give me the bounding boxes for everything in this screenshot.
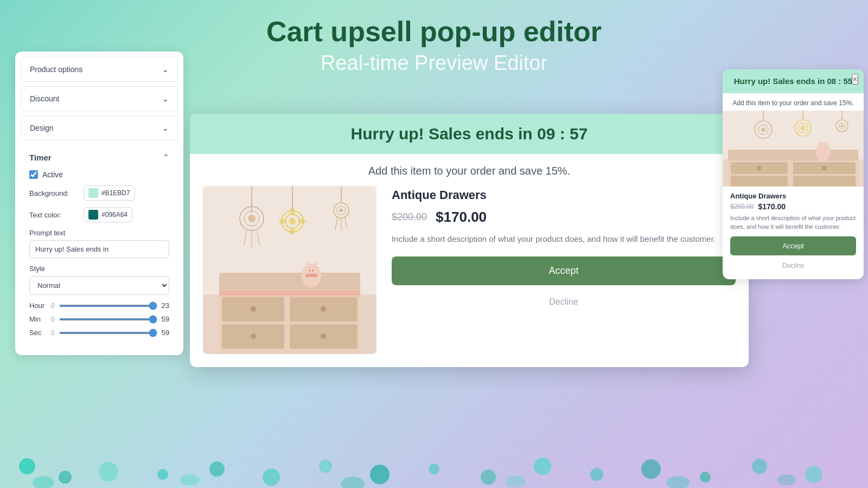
mini-product-details: Antique Drawers $200.00 $170.00 Include … [723,187,864,279]
text-color-label: Text color: [29,211,78,219]
accordion-product-options[interactable]: Product options ⌄ [21,57,178,82]
svg-rect-20 [305,274,317,277]
main-timer-text: Hurry up! Sales ends in 09 : 57 [203,125,736,143]
text-color-value: #096A64 [101,211,127,219]
hour-min: 0 [51,302,55,310]
hour-label: Hour [29,301,47,310]
svg-rect-53 [731,176,788,187]
active-row: Active [29,170,169,179]
background-color-dot [88,188,98,198]
svg-point-39 [340,209,343,212]
main-price-original: $200.00 [392,211,427,223]
mini-product-image [723,111,864,187]
chevron-down-icon-2: ⌄ [162,94,169,103]
style-select[interactable]: Normal Countdown Flash [29,276,169,295]
svg-rect-44 [219,291,360,292]
active-label[interactable]: Active [29,170,63,179]
svg-rect-45 [219,293,360,294]
main-popup: × Hurry up! Sales ends in 09 : 57 Add th… [190,114,749,367]
text-color-dot [88,210,98,220]
svg-point-16 [306,262,309,271]
svg-point-10 [321,306,326,312]
accordion-design-label: Design [30,124,54,132]
accordion-discount[interactable]: Discount ⌄ [21,86,178,111]
hour-input[interactable] [59,305,157,307]
mini-accept-button[interactable]: Accept [730,236,856,255]
accordion-product-options-header[interactable]: Product options ⌄ [21,57,177,81]
main-popup-subtitle: Add this item to your order and save 15%… [190,154,749,186]
accordion-design-header[interactable]: Design ⌄ [21,116,177,140]
main-price-sale: $170.00 [436,209,487,226]
svg-point-19 [312,270,314,272]
svg-point-56 [822,166,826,170]
mini-timer-text: Hurry up! Sales ends in 08 : 55 [730,76,856,87]
prompt-text-label: Prompt text [29,229,169,237]
right-preview-close-button[interactable]: × [852,74,858,85]
min-min: 0 [51,316,55,323]
main-timer-banner: Hurry up! Sales ends in 09 : 57 [190,114,749,154]
style-row: Style Normal Countdown Flash [29,265,169,295]
sec-label: Sec [29,329,47,337]
background-color-value: #B1EBD7 [101,189,130,197]
main-accept-button[interactable]: Accept [392,256,736,285]
mini-decline-button[interactable]: Decline [730,259,856,273]
min-label: Min [29,315,47,323]
mini-price-row: $200.00 $170.00 [730,202,856,211]
timer-title: Timer [29,153,52,162]
svg-point-60 [819,142,821,148]
mini-price-original: $200.00 [730,203,754,210]
chevron-down-icon: ⌄ [162,65,169,74]
hour-slider-row: Hour 0 23 [29,301,169,310]
accordion-design[interactable]: Design ⌄ [21,115,178,140]
mini-timer-banner: Hurry up! Sales ends in 08 : 55 [723,69,864,93]
nursery-svg [203,186,376,354]
sec-value: 59 [162,329,169,337]
main-product-name: Antique Drawers [392,188,736,202]
background-color-row: Background: #B1EBD7 [29,185,169,201]
page-title: Cart upsell pop-up editor [0,16,868,47]
background-color-swatch[interactable]: #B1EBD7 [84,185,135,201]
hour-value: 23 [162,301,169,310]
accordion-discount-header[interactable]: Discount ⌄ [21,87,177,111]
svg-point-72 [841,125,843,127]
svg-point-30 [289,218,296,224]
sec-min: 0 [51,329,55,337]
svg-point-64 [761,127,765,132]
chevron-up-icon[interactable]: ⌃ [162,152,169,163]
main-popup-content: Antique Drawers $200.00 $170.00 Include … [190,186,749,367]
right-preview: × Hurry up! Sales ends in 08 : 55 Add th… [723,69,864,279]
sec-slider-container: Sec 0 59 [29,329,169,337]
svg-point-34 [298,219,306,223]
svg-point-17 [314,262,317,271]
sec-input[interactable] [59,332,157,334]
svg-point-61 [825,142,828,148]
timer-section: Timer ⌃ Active Background: #B1EBD7 Text … [21,145,178,350]
min-value: 59 [162,315,169,323]
main-product-details: Antique Drawers $200.00 $170.00 Include … [392,186,736,354]
mini-subtitle: Add this item to your order and save 15%… [723,93,864,111]
style-label: Style [29,265,169,273]
svg-point-57 [815,143,831,161]
chevron-down-icon-3: ⌄ [162,124,169,132]
main-price-row: $200.00 $170.00 [392,209,736,226]
svg-point-33 [279,219,286,223]
min-input[interactable] [59,318,157,320]
min-slider-container: Min 0 59 [29,315,169,323]
text-color-row: Text color: #096A64 [29,207,169,222]
active-text: Active [42,170,63,179]
prompt-text-row: Prompt text [29,229,169,258]
main-product-desc: Include a short description of what your… [392,233,736,246]
mini-price-sale: $170.00 [758,202,786,211]
svg-rect-54 [793,176,856,187]
mini-nursery-svg [723,111,864,187]
svg-rect-50 [728,150,858,160]
sec-slider-row: Sec 0 59 [29,329,169,337]
hour-slider-container: Hour 0 23 [29,301,169,310]
mini-product-name: Antique Drawers [730,192,856,200]
prompt-text-input[interactable] [29,240,169,258]
svg-point-12 [321,333,326,339]
main-decline-button[interactable]: Decline [392,292,736,312]
accordion-product-options-label: Product options [30,65,82,74]
active-checkbox[interactable] [29,170,38,179]
text-color-swatch[interactable]: #096A64 [84,207,132,222]
